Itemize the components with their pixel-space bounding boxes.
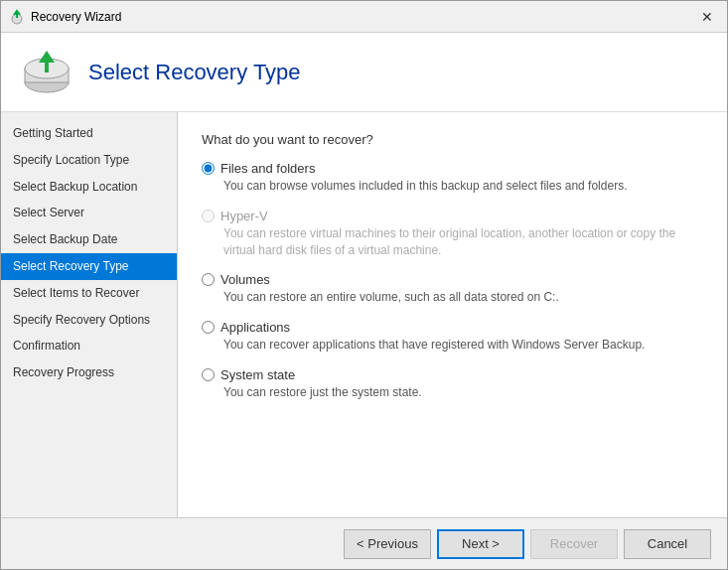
sidebar-item-select-backup-location[interactable]: Select Backup Location	[1, 174, 177, 201]
radio-files-and-folders[interactable]	[202, 162, 215, 175]
wizard-icon	[21, 47, 73, 98]
option-files-and-folders: Files and foldersYou can browse volumes …	[202, 161, 703, 195]
sidebar-item-select-items-to-recover[interactable]: Select Items to Recover	[1, 280, 177, 307]
sidebar-item-confirmation[interactable]: Confirmation	[1, 333, 177, 359]
section-question: What do you want to recover?	[202, 132, 703, 147]
page-title: Select Recovery Type	[88, 60, 301, 85]
sidebar-item-recovery-progress[interactable]: Recovery Progress	[1, 359, 177, 386]
radio-applications[interactable]	[202, 321, 215, 334]
radio-system-state[interactable]	[202, 368, 215, 381]
radio-hyper-v	[202, 210, 215, 222]
label-volumes: Volumes	[220, 272, 270, 287]
sidebar-item-specify-location-type[interactable]: Specify Location Type	[1, 147, 177, 174]
desc-volumes: You can restore an entire volume, such a…	[223, 289, 703, 306]
next-button[interactable]: Next >	[437, 529, 524, 559]
option-volumes: VolumesYou can restore an entire volume,…	[202, 272, 703, 306]
option-applications: ApplicationsYou can recover applications…	[202, 320, 703, 354]
footer: < Previous Next > Recover Cancel	[1, 517, 727, 569]
header: Select Recovery Type	[1, 33, 727, 112]
sidebar-item-select-recovery-type[interactable]: Select Recovery Type	[1, 253, 177, 280]
sidebar-item-specify-recovery-options[interactable]: Specify Recovery Options	[1, 307, 177, 334]
content-area: Getting StartedSpecify Location TypeSele…	[1, 112, 727, 517]
desc-system-state: You can restore just the system state.	[223, 384, 703, 401]
label-system-state: System state	[220, 367, 295, 382]
window: Recovery Wizard ✕ Select Recovery Type G…	[0, 0, 728, 570]
sidebar-item-getting-started[interactable]: Getting Started	[1, 120, 177, 147]
label-files-and-folders: Files and folders	[220, 161, 315, 176]
sidebar-item-select-backup-date[interactable]: Select Backup Date	[1, 226, 177, 253]
app-icon	[9, 9, 25, 25]
radio-volumes[interactable]	[202, 273, 215, 286]
recover-button[interactable]: Recover	[530, 529, 618, 559]
title-bar: Recovery Wizard ✕	[1, 1, 727, 33]
window-title: Recovery Wizard	[31, 10, 695, 24]
sidebar-item-select-server[interactable]: Select Server	[1, 200, 177, 226]
previous-button[interactable]: < Previous	[344, 529, 431, 559]
option-hyper-v: Hyper-VYou can restore virtual machines …	[202, 209, 703, 259]
close-button[interactable]: ✕	[695, 5, 719, 29]
label-hyper-v: Hyper-V	[220, 209, 268, 223]
desc-hyper-v: You can restore virtual machines to thei…	[223, 225, 703, 259]
cancel-button[interactable]: Cancel	[624, 529, 711, 559]
sidebar: Getting StartedSpecify Location TypeSele…	[1, 112, 178, 517]
desc-applications: You can recover applications that have r…	[223, 337, 703, 354]
options-container: Files and foldersYou can browse volumes …	[202, 161, 703, 401]
option-system-state: System stateYou can restore just the sys…	[202, 367, 703, 401]
label-applications: Applications	[220, 320, 290, 335]
main-panel: What do you want to recover? Files and f…	[178, 112, 727, 517]
desc-files-and-folders: You can browse volumes included in this …	[223, 178, 703, 195]
